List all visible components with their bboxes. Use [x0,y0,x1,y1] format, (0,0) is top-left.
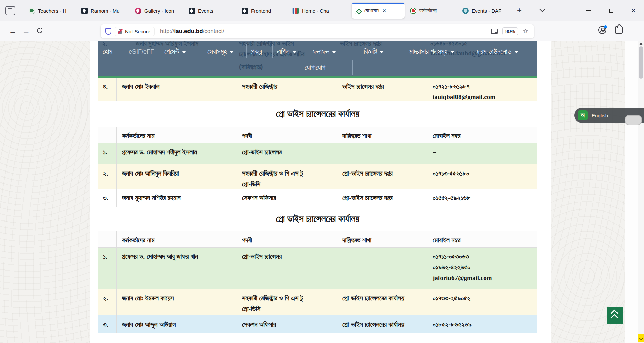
extensions-icon[interactable] [615,26,623,34]
picture-in-picture-icon[interactable] [491,29,498,34]
window-minimize-button[interactable] [579,0,598,21]
nav-item-results[interactable]: ফলাফল [313,46,336,58]
nav-separator [298,60,298,75]
scrollbar-bottom-marker[interactable] [638,334,644,342]
cell-name: প্রফেসর ড. মোহাম্মদ আবু জাফর খান [117,248,236,289]
bookmark-star-icon[interactable]: ☆ [523,28,529,35]
cell-designation: সেকশন অফিসার [236,315,337,333]
nav-item-madrasah-letters[interactable]: মাদরাসার পত্রসমূহ [409,46,454,58]
site-navbar: হোম eSIF/eFF পেমেন্ট সেবাসমূহ প্রকল্প এপ… [98,41,537,78]
cell-mobile: ০১৭৩৩-২৫৯০৫২ [427,289,538,315]
chevron-down-icon [540,7,545,12]
tab-ramom[interactable]: Ramom - Mu [78,3,131,19]
window-restore-button[interactable] [602,0,621,21]
chevron-down-icon [380,51,384,53]
scrollbar-up-arrow[interactable] [639,42,643,45]
tab-favicon-cap-icon [135,8,141,14]
list-all-tabs-button[interactable] [538,7,547,14]
tab-label: Frontend [251,8,271,14]
col-header-branch: দায়িত্বরত শাখা [337,231,427,247]
reload-button[interactable] [34,26,45,37]
translate-widget[interactable]: অ English [574,108,644,123]
zoom-level-badge[interactable]: 80% [502,27,518,35]
tab-close-icon[interactable]: × [382,8,386,14]
nav-item-contact[interactable]: যোগাযোগ [305,62,325,74]
nav-item-home[interactable]: হোম [103,46,112,58]
new-tab-button[interactable]: + [514,5,525,16]
translate-label: English [592,113,608,118]
nav-item-esif[interactable]: eSIF/eFF [129,46,154,58]
cell-branch: ভাইস চ্যান্সেলর দপ্তর [337,78,427,102]
page-scrollbar[interactable] [638,41,644,343]
restore-icon [609,9,613,13]
translate-letter-icon: অ [578,110,588,120]
nav-item-services[interactable]: সেবাসমূহ [207,46,234,58]
tab-label: Events - DAF [472,8,501,14]
nav-separator [308,44,308,58]
chevron-down-icon [230,51,234,53]
tab-contact-active[interactable]: যোগাযোগ × [352,3,405,19]
shield-icon[interactable] [105,28,111,35]
page-viewport: ২. জনাব মুহাম্মদ আরিফুল ইসলাম সহকারী রেজ… [0,41,644,343]
col-header-name: কর্মকর্তাদের নাম [117,231,236,247]
col-header-branch: দায়িত্বরত শাখা [337,127,427,143]
nav-separator [246,44,247,58]
tab-officials[interactable]: কর্মকর্তাদের [407,3,457,19]
browser-toolbar: ← → Not Secure http://iau.edu.bd/contact… [0,21,644,41]
reload-icon [37,28,43,34]
not-secure-chip[interactable]: Not Secure [115,27,155,36]
section-title-clipped: ট্রেজারার দপ্তর [98,338,537,343]
right-white-column [625,41,638,343]
tab-favicon-cap-icon [189,8,195,14]
nav-item-form-download[interactable]: ফরম ডাউনলোড [476,46,518,58]
nav-item-payment[interactable]: পেমেন্ট [164,46,186,58]
cell-branch [337,248,427,289]
cell-name: জনাব মোঃ আনিসুল কিবরিয়া [117,164,236,189]
chevron-down-icon [450,51,454,53]
nav-item-notices[interactable]: বিজ্ঞপ্তি [364,46,384,58]
nav-separator [404,44,404,58]
menu-hamburger-icon[interactable] [631,28,638,32]
scrollbar-thumb[interactable] [639,46,643,79]
section-title: প্রো ভাইস চ্যান্সেলরের কার্যালয় [98,207,537,231]
url-text[interactable]: http://iau.edu.bd/contact/ [160,28,224,35]
tab-frontend[interactable]: Frontend [238,3,288,19]
nav-item-apa[interactable]: এপিএ [277,46,297,58]
forward-button[interactable]: → [21,26,32,37]
tab-events-daf[interactable]: Events - DAF [459,3,509,19]
cell-serial: ২. [98,289,117,315]
nav-separator [159,44,159,58]
cell-mobile: ০১৭১১-০৫৩০৬৩ ০১৯৬২-৪২২৬৫০ jaforiu67@gmai… [427,248,538,289]
chevron-up-icon [611,314,619,322]
nav-separator [358,44,358,58]
scroll-to-top-button[interactable] [607,307,623,324]
tab-teachers[interactable]: Teachers - H [25,3,76,19]
account-icon[interactable] [598,26,606,34]
firefox-view-icon[interactable] [5,6,15,15]
cell-designation: সহকারী রেজিস্ট্রার ও পি এস টু প্রো-ভিসি [236,164,337,189]
col-header-designation: পদবী [236,127,337,143]
tab-events[interactable]: Events [185,3,237,19]
nav-item-projects[interactable]: প্রকল্প [251,46,262,58]
tab-gallery[interactable]: Gallery - Icon [131,3,184,19]
table-row: ৩. জনাব মোঃ আব্দুল আউয়াল সেকশন অফিসার প… [98,315,537,333]
col-header-mobile: মোবাইল নম্বর [427,231,538,247]
tab-label: Teachers - H [38,8,66,14]
col-header-mobile: মোবাইল নম্বর [427,127,538,143]
window-close-button[interactable]: × [624,0,643,21]
table-row: ২. জনাব মোঃ ইমরুল কায়েস সহকারী রেজিস্ট্… [98,289,537,315]
col-header-name: কর্মকর্তাদের নাম [117,127,236,143]
tab-label: যোগাযোগ [364,8,379,14]
chevron-down-icon [292,51,297,53]
nav-separator [352,60,353,75]
back-button[interactable]: ← [7,26,18,37]
tab-favicon-roundel-icon [410,8,416,14]
minimize-icon [586,10,591,11]
tab-home[interactable]: Home - Cha [289,3,350,19]
cell-name: জনাব মোঃ ইমরুল কায়েস [117,289,236,315]
lock-crossed-icon [118,29,122,34]
address-bar[interactable]: Not Secure http://iau.edu.bd/contact/ 80… [101,24,534,38]
tab-label: Events [198,8,213,14]
table-row: ৩. জনাব মুহাম্মদ মশিউর রহমান সেকশন অফিসা… [98,189,537,207]
tab-favicon-teal-icon [462,8,469,14]
